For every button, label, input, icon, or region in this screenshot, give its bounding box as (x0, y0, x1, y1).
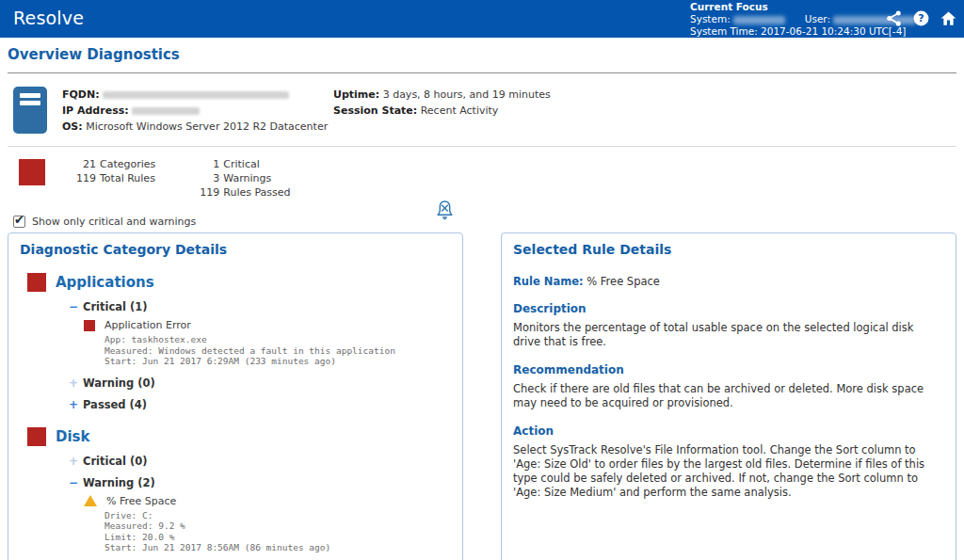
uptime-value: 3 days, 8 hours, and 19 minutes (383, 88, 551, 101)
fqdn-value-redacted (103, 91, 289, 99)
stat-label: Categories (100, 157, 155, 171)
expand-icon[interactable]: + (69, 376, 83, 390)
rule-detail-line: Start: Jun 21 2017 6:29AM (233 minutes a… (104, 356, 451, 367)
category-tree: Applications−Critical (1)Application Err… (20, 273, 451, 560)
server-info-block: FQDN: IP Address: OS: Microsoft Windows … (8, 73, 956, 147)
group-label: Critical (0) (83, 455, 148, 468)
rule-name-label: Rule Name: (513, 275, 584, 288)
help-icon[interactable]: ? (912, 9, 930, 27)
svg-text:?: ? (918, 12, 924, 24)
collapse-icon[interactable]: − (69, 476, 83, 489)
stat-number: 1 (195, 157, 219, 171)
filter-row: ✔ Show only critical and warnings (13, 216, 956, 228)
section-heading: Recommendation (513, 363, 944, 376)
mute-notifications-bell-icon[interactable] (434, 199, 456, 223)
rule-name-row: Rule Name: % Free Space (513, 275, 944, 288)
app-logo: Resolve (13, 8, 84, 28)
category-groups: +Critical (0)−Warning (2)% Free SpaceDri… (69, 455, 451, 560)
group-label: Critical (1) (83, 300, 148, 313)
checkbox-check-icon: ✔ (14, 213, 24, 227)
share-icon[interactable] (885, 9, 903, 27)
stat-label: Rules Passed (223, 185, 290, 200)
category-header[interactable]: Applications (27, 273, 451, 292)
group-label: Warning (2) (83, 476, 155, 489)
server-icon (13, 87, 47, 134)
section-heading: Action (513, 424, 944, 438)
group-label: Passed (4) (83, 398, 147, 411)
rule-item: Application ErrorApp: taskhostex.exeMeas… (84, 319, 451, 367)
group-toggle[interactable]: +Critical (0) (69, 455, 451, 468)
stat-number: 21 (72, 157, 96, 171)
stat-label: Total Rules (100, 171, 155, 185)
rule-item-title: Application Error (104, 319, 191, 331)
filter-label: Show only critical and warnings (32, 216, 196, 228)
os-value: Microsoft Windows Server 2012 R2 Datacen… (86, 120, 328, 133)
user-label: User: (805, 13, 830, 24)
summary-stats-column-1: 21Categories119Total Rules (72, 157, 155, 200)
group-toggle[interactable]: −Warning (2) (69, 476, 451, 489)
collapse-icon[interactable]: − (69, 300, 83, 313)
summary-stat-row: 119Total Rules (72, 171, 155, 185)
os-row: OS: Microsoft Windows Server 2012 R2 Dat… (62, 119, 318, 135)
category-section: Disk+Critical (0)−Warning (2)% Free Spac… (27, 427, 451, 560)
focus-system-user-row: System: User: (690, 13, 916, 25)
category-header[interactable]: Disk (27, 427, 451, 446)
uptime-row: Uptime: 3 days, 8 hours, and 19 minutes (333, 87, 551, 103)
rule-detail-sections: DescriptionMonitors the percentage of to… (513, 302, 944, 500)
rule-detail-line: Limit: 20.0 % (104, 532, 451, 543)
summary-stat-row: 3Warnings (195, 171, 290, 185)
fqdn-row: FQDN: (62, 87, 318, 103)
rule-detail-section: DescriptionMonitors the percentage of to… (513, 302, 944, 349)
rule-detail-line: Start: Jun 21 2017 8:56AM (86 minutes ag… (104, 542, 451, 553)
summary-block: 21Categories119Total Rules 1Critical3War… (8, 147, 956, 200)
session-state-row: Session State: Recent Activity (333, 103, 551, 119)
group-label: Warning (0) (83, 376, 155, 390)
rule-item-details: App: taskhostex.exeMeasured: Windows det… (104, 334, 451, 367)
rule-item-details: Drive: C:Measured: 9.2 %Limit: 20.0 %Sta… (104, 510, 451, 553)
session-state-value: Recent Activity (421, 104, 499, 117)
rule-item-row[interactable]: Application Error (84, 319, 451, 331)
rule-detail-section: ActionSelect SysTrack Resolve's File Inf… (513, 424, 944, 500)
critical-square-icon (84, 320, 95, 331)
rule-group: +Warning (0) (69, 376, 451, 390)
system-time-row: System Time: 2017-06-21 10:24:30 UTC[-4] (690, 25, 916, 38)
os-label: OS: (62, 120, 83, 133)
home-icon[interactable] (940, 9, 957, 27)
rule-detail-line: Measured: 9.2 % (104, 520, 451, 532)
stat-number: 119 (195, 185, 219, 200)
ip-value-redacted (132, 107, 200, 115)
rule-group: −Critical (1)Application ErrorApp: taskh… (69, 300, 451, 367)
rule-item: % Free SpaceDrive: C:Measured: 9.2 %Limi… (84, 495, 451, 553)
uptime-label: Uptime: (333, 88, 379, 101)
summary-stat-row: 1Critical (195, 157, 290, 171)
left-panel-title: Diagnostic Category Details (20, 242, 451, 257)
category-groups: −Critical (1)Application ErrorApp: taskh… (69, 300, 451, 411)
rule-group: −Warning (2)% Free SpaceDrive: C:Measure… (69, 476, 451, 560)
section-text: Select SysTrack Resolve's File Informati… (513, 443, 944, 500)
critical-square-icon (27, 273, 46, 292)
section-text: Monitors the percentage of total usable … (513, 321, 944, 349)
current-focus-label: Current Focus (690, 1, 916, 13)
rule-item-row[interactable]: % Free Space (84, 495, 451, 507)
expand-icon[interactable]: + (69, 455, 83, 468)
stat-number: 119 (72, 171, 96, 185)
expand-icon[interactable]: + (69, 398, 83, 411)
server-info-right-column: Uptime: 3 days, 8 hours, and 19 minutes … (333, 87, 551, 135)
group-toggle[interactable]: +Passed (4) (69, 398, 451, 411)
server-info-left-column: FQDN: IP Address: OS: Microsoft Windows … (62, 87, 318, 135)
group-toggle[interactable]: −Critical (1) (69, 300, 451, 313)
rule-group: +Critical (0) (69, 455, 451, 468)
system-label: System: (690, 13, 731, 24)
session-state-label: Session State: (333, 104, 417, 117)
topbar-icon-group: ? (885, 9, 957, 27)
rule-detail-line: Measured: Windows detected a fault in th… (104, 345, 451, 357)
ip-row: IP Address: (62, 103, 318, 119)
show-only-critical-warnings-checkbox[interactable]: ✔ (13, 216, 25, 228)
critical-square-icon (27, 427, 46, 446)
rule-detail-section: RecommendationCheck if there are old fil… (513, 363, 944, 410)
rule-detail-line: Drive: C: (104, 510, 451, 521)
group-toggle[interactable]: +Warning (0) (69, 376, 451, 390)
stat-label: Critical (223, 157, 259, 171)
resolve-app-window: Resolve Current Focus System: User: Syst… (0, 0, 964, 560)
panels-container: Diagnostic Category Details Applications… (8, 232, 956, 560)
